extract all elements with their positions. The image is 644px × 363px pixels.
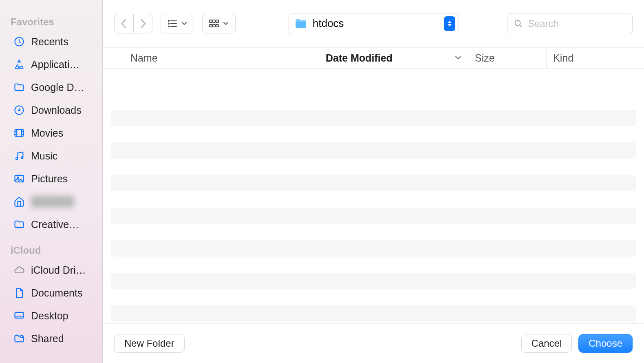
chevron-down-icon xyxy=(181,22,187,26)
movie-icon xyxy=(13,127,25,139)
search-input[interactable] xyxy=(528,13,626,34)
sidebar-item-desktop[interactable]: Desktop xyxy=(0,304,102,327)
sidebar-item-creative[interactable]: Creative… xyxy=(0,213,102,236)
svg-rect-15 xyxy=(210,24,212,27)
list-view-icon xyxy=(168,20,177,28)
back-button[interactable] xyxy=(115,14,133,33)
chevron-down-icon xyxy=(223,22,229,26)
sidebar-item-label: ██████ xyxy=(31,196,74,208)
shared-folder-icon xyxy=(13,332,25,345)
sidebar-section-icloud: iCloud xyxy=(0,241,102,259)
sidebar-item-label: Google D… xyxy=(31,82,84,93)
sidebar-item-movies[interactable]: Movies xyxy=(0,122,102,144)
sidebar-item-label: Shared xyxy=(31,333,64,345)
nav-back-forward xyxy=(114,14,152,33)
clock-icon xyxy=(13,35,25,48)
empty-row xyxy=(111,77,636,93)
group-by-button[interactable] xyxy=(202,14,236,33)
sort-desc-icon xyxy=(455,55,461,60)
toolbar: htdocs xyxy=(103,0,644,48)
new-folder-button[interactable]: New Folder xyxy=(114,334,185,353)
empty-row xyxy=(111,142,636,159)
empty-row xyxy=(111,208,636,224)
sidebar-item-label: iCloud Dri… xyxy=(31,264,86,276)
main-pane: htdocs Name Date Modified Size Kind xyxy=(103,0,644,363)
picture-icon xyxy=(13,173,25,185)
sidebar-item-recents[interactable]: Recents xyxy=(0,30,102,53)
svg-rect-17 xyxy=(216,24,218,27)
cloud-icon xyxy=(13,264,25,276)
svg-point-4 xyxy=(21,157,23,159)
sidebar-item-music[interactable]: Music xyxy=(0,144,102,167)
svg-rect-16 xyxy=(213,24,215,27)
svg-point-3 xyxy=(16,158,18,160)
sidebar-item-label: Pictures xyxy=(31,173,68,185)
empty-row xyxy=(111,175,636,191)
location-name: htdocs xyxy=(313,17,438,30)
sidebar-item-google-drive[interactable]: Google D… xyxy=(0,76,102,99)
sidebar-item-documents[interactable]: Documents xyxy=(0,281,102,304)
svg-rect-12 xyxy=(210,20,212,22)
column-date-modified[interactable]: Date Modified xyxy=(319,48,468,69)
home-icon xyxy=(13,195,25,208)
download-icon xyxy=(13,104,25,116)
column-name[interactable]: Name xyxy=(103,48,319,69)
folder-icon xyxy=(295,18,307,30)
search-field[interactable] xyxy=(507,13,633,34)
sidebar-item-downloads[interactable]: Downloads xyxy=(0,99,102,122)
location-stepper-icon xyxy=(444,16,455,31)
svg-point-9 xyxy=(168,20,169,21)
sidebar: Favorites Recents Applicati… Google D… D… xyxy=(0,0,103,363)
forward-button[interactable] xyxy=(133,14,152,33)
sidebar-item-label: Desktop xyxy=(31,310,68,322)
apps-icon xyxy=(13,58,25,71)
sidebar-item-label: Downloads xyxy=(31,104,82,116)
folder-icon xyxy=(13,81,25,93)
empty-row xyxy=(111,273,636,289)
svg-point-11 xyxy=(168,26,169,27)
sidebar-item-label: Creative… xyxy=(31,219,79,230)
cancel-button[interactable]: Cancel xyxy=(521,334,572,353)
sidebar-item-label: Recents xyxy=(31,36,68,48)
document-icon xyxy=(13,287,25,299)
view-list-button[interactable] xyxy=(161,14,194,33)
grid-group-icon xyxy=(209,20,219,28)
choose-button[interactable]: Choose xyxy=(578,334,633,353)
sidebar-item-shared[interactable]: Shared xyxy=(0,327,102,350)
sidebar-item-label: Music xyxy=(31,150,57,162)
sidebar-item-pictures[interactable]: Pictures xyxy=(0,167,102,190)
sidebar-item-home[interactable]: ██████ xyxy=(0,190,102,213)
file-list[interactable] xyxy=(103,69,644,323)
sidebar-item-label: Documents xyxy=(31,287,82,299)
location-popup[interactable]: htdocs xyxy=(289,13,459,34)
empty-row xyxy=(111,240,636,257)
music-icon xyxy=(13,150,25,162)
column-size[interactable]: Size xyxy=(468,48,546,69)
sidebar-section-favorites: Favorites xyxy=(0,13,102,30)
svg-rect-14 xyxy=(216,20,218,22)
folder-icon xyxy=(13,218,25,230)
footer: New Folder Cancel Choose xyxy=(103,323,644,363)
svg-rect-2 xyxy=(15,130,24,136)
empty-row xyxy=(111,305,636,322)
svg-rect-13 xyxy=(213,20,215,22)
sidebar-item-applications[interactable]: Applicati… xyxy=(0,53,102,76)
sidebar-item-label: Applicati… xyxy=(31,59,80,71)
search-icon xyxy=(514,19,523,28)
column-kind[interactable]: Kind xyxy=(546,48,644,69)
sidebar-item-label: Movies xyxy=(31,127,63,139)
desktop-icon xyxy=(13,310,25,322)
file-list-stripes xyxy=(111,77,636,322)
empty-row xyxy=(111,110,636,126)
column-headers: Name Date Modified Size Kind xyxy=(103,48,644,69)
sidebar-item-icloud-drive[interactable]: iCloud Dri… xyxy=(0,259,102,281)
svg-rect-7 xyxy=(15,312,24,318)
svg-point-10 xyxy=(168,23,169,24)
